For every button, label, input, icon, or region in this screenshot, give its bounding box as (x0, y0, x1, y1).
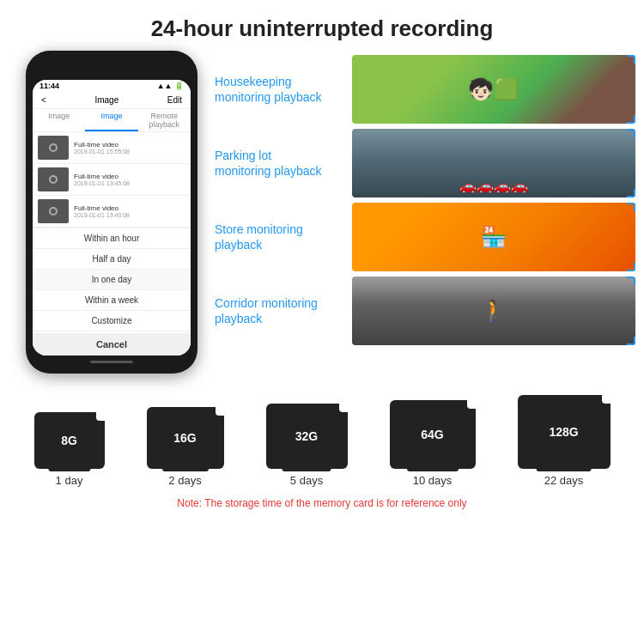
list-item-1: Full-time video 2019-01-01 15:55:08 (33, 132, 191, 164)
item-title-3: Full-time video (74, 204, 130, 212)
item-sub-1: 2019-01-01 15:55:08 (74, 149, 130, 155)
list-item-2: Full-time video 2019-01-01 13:45:08 (33, 164, 191, 196)
corner-bracket-top-1 (627, 55, 635, 64)
sd-cards-row: 8G 1 day 16G 2 days 32G 5 days 64G 10 da… (13, 395, 631, 487)
monitoring-label-1: Housekeepingmonitoring playback (215, 74, 352, 105)
list-item-3: Full-time video 2019-01-01 13:40:08 (33, 196, 191, 228)
item-title-1: Full-time video (74, 141, 130, 149)
sd-label-4: 64G (416, 421, 448, 448)
sd-notch-4 (467, 400, 476, 409)
note-text: Note: The storage time of the memory car… (13, 492, 631, 516)
sd-label-1: 8G (56, 427, 82, 454)
parking-image: 🚗🚗🚗🚗 (352, 129, 635, 197)
monitoring-img-2: 🚗🚗🚗🚗 (352, 129, 635, 197)
sd-notch-2 (216, 407, 224, 416)
sd-card-1: 8G (34, 412, 105, 469)
corner-bracket-top-2 (627, 129, 635, 137)
bottom-section: 8G 1 day 16G 2 days 32G 5 days 64G 10 da… (0, 382, 644, 520)
corner-bracket-4 (627, 337, 635, 345)
sd-notch-5 (602, 395, 611, 404)
monitoring-row-2: Parking lotmonitoring playback 🚗🚗🚗🚗 (215, 129, 635, 197)
corner-bracket-top-4 (627, 276, 635, 285)
phone-tabs: Image Image Remote playback (33, 109, 191, 132)
dropdown-item-2[interactable]: Half a day (33, 249, 191, 270)
dropdown-item-5[interactable]: Customize (33, 311, 191, 331)
corner-bracket-1 (627, 115, 635, 124)
sd-card-2: 16G (147, 407, 224, 469)
sd-card-5: 128G (518, 395, 611, 469)
sd-card-item-4: 64G 10 days (390, 400, 476, 487)
monitoring-img-4: 🚶 (352, 276, 635, 345)
phone-time: 11:44 (39, 82, 59, 90)
corner-bracket-2 (627, 189, 635, 197)
phone-tab-image[interactable]: Image (33, 109, 85, 131)
sd-card-item-1: 8G 1 day (34, 412, 105, 487)
phone-dropdown: Within an hour Half a day In one day Wit… (33, 228, 191, 355)
phone-nav-edit[interactable]: Edit (167, 95, 182, 105)
item-text-3: Full-time video 2019-01-01 13:40:08 (74, 204, 130, 218)
thumb-3 (38, 199, 69, 223)
sd-notch-3 (339, 404, 348, 412)
sd-label-2: 16G (168, 424, 201, 452)
corner-bracket-top-3 (627, 203, 635, 211)
item-sub-2: 2019-01-01 13:45:08 (74, 180, 130, 186)
phone-mockup: 11:44 ▲▲ 🔋 < Image Edit Image Image Remo… (17, 51, 206, 374)
dropdown-item-1[interactable]: Within an hour (33, 228, 191, 249)
dropdown-item-4[interactable]: Within a week (33, 290, 191, 311)
item-sub-3: 2019-01-01 13:40:08 (74, 212, 130, 218)
monitoring-label-3: Store monitoringplayback (215, 222, 352, 252)
sd-days-1: 1 day (56, 474, 83, 487)
item-text-2: Full-time video 2019-01-01 13:45:08 (74, 173, 130, 186)
sd-days-2: 2 days (168, 474, 201, 487)
sd-days-4: 10 days (413, 474, 453, 487)
phone-notch (77, 61, 146, 76)
sd-label-3: 32G (290, 422, 323, 450)
monitoring-img-1: 🧒🏻🟩 (352, 55, 635, 124)
page-title: 24-hour uninterrupted recording (0, 0, 644, 51)
monitoring-row-1: Housekeepingmonitoring playback 🧒🏻🟩 (215, 55, 635, 124)
dropdown-item-3[interactable]: In one day (33, 270, 191, 290)
corridor-image: 🚶 (352, 276, 635, 345)
phone-status-bar: 11:44 ▲▲ 🔋 (33, 80, 191, 92)
monitoring-label-2: Parking lotmonitoring playback (215, 148, 352, 179)
cancel-button[interactable]: Cancel (33, 333, 191, 355)
store-image: 🏪 (352, 203, 635, 271)
phone-tab-remote[interactable]: Remote playback (138, 109, 191, 131)
thumb-icon-3 (49, 207, 58, 216)
housekeeping-image: 🧒🏻🟩 (352, 55, 635, 124)
sd-days-3: 5 days (290, 474, 323, 487)
phone-outer: 11:44 ▲▲ 🔋 < Image Edit Image Image Remo… (26, 51, 197, 374)
sd-days-5: 22 days (544, 474, 584, 487)
item-title-2: Full-time video (74, 173, 130, 180)
phone-tab-image2[interactable]: Image (85, 109, 137, 131)
monitoring-row-4: Corridor monitoringplayback 🚶 (215, 276, 635, 345)
sd-card-item-2: 16G 2 days (147, 407, 224, 487)
main-content: 11:44 ▲▲ 🔋 < Image Edit Image Image Remo… (0, 51, 644, 382)
monitoring-label-4: Corridor monitoringplayback (215, 295, 352, 326)
right-section: Housekeepingmonitoring playback 🧒🏻🟩 Park… (215, 51, 635, 374)
sd-card-4: 64G (390, 400, 476, 469)
phone-nav-title: Image (94, 95, 118, 105)
phone-nav-back[interactable]: < (41, 95, 46, 105)
phone-home-indicator (90, 361, 133, 363)
thumb-1 (38, 136, 69, 160)
thumb-2 (38, 167, 69, 191)
sd-card-item-5: 128G 22 days (518, 395, 611, 487)
sd-notch-1 (96, 412, 105, 421)
monitoring-row-3: Store monitoringplayback 🏪 (215, 203, 635, 271)
phone-signals: ▲▲ 🔋 (157, 82, 184, 90)
sd-card-3: 32G (266, 404, 348, 469)
item-text-1: Full-time video 2019-01-01 15:55:08 (74, 141, 130, 155)
thumb-icon-1 (49, 143, 58, 152)
sd-card-item-3: 32G 5 days (266, 404, 348, 487)
sd-label-5: 128G (544, 418, 583, 446)
thumb-icon-2 (49, 175, 58, 184)
phone-screen: 11:44 ▲▲ 🔋 < Image Edit Image Image Remo… (33, 80, 191, 355)
corner-bracket-3 (627, 263, 635, 271)
monitoring-img-3: 🏪 (352, 203, 635, 271)
phone-nav-bar: < Image Edit (33, 92, 191, 109)
